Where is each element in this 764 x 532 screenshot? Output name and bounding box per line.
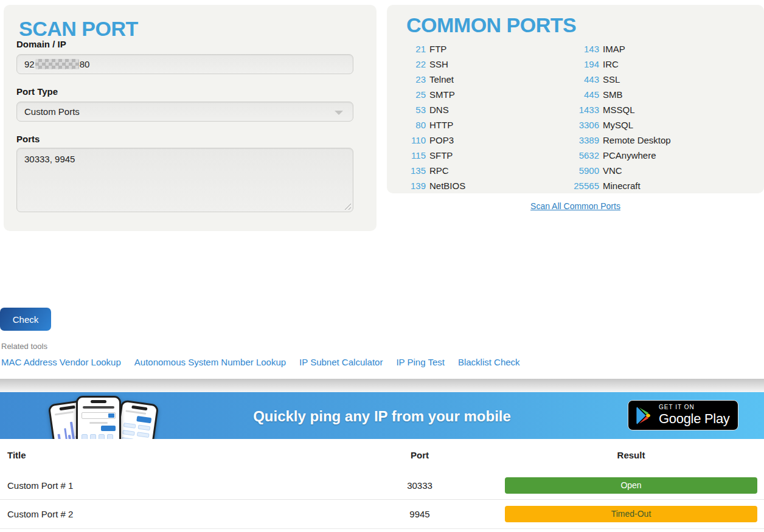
common-ports-right-column: 143IMAP 194IRC 443SSL 445SMB 1433MSSQL 3…: [566, 41, 671, 193]
port-number-link[interactable]: 5632: [566, 148, 599, 163]
table-row: Custom Port # 1 30333 Open: [0, 471, 764, 500]
mobile-app-banner[interactable]: Quickly ping any IP from your mobile GET…: [0, 392, 764, 439]
result-port: 9945: [371, 509, 468, 519]
port-name: RPC: [429, 163, 449, 178]
port-name: NetBIOS: [429, 178, 465, 193]
link-ip-subnet-calculator[interactable]: IP Subnet Calculator: [299, 357, 383, 367]
port-number-link[interactable]: 5900: [566, 163, 599, 178]
common-port-item: 139NetBIOS: [401, 178, 465, 193]
common-port-item: 3306MySQL: [566, 117, 671, 133]
common-port-item: 53DNS: [401, 102, 465, 117]
domain-ip-label: Domain / IP: [16, 39, 66, 49]
common-port-item: 22SSH: [401, 57, 465, 72]
page: SCAN PORT Domain / IP 9280 Port Type Cus…: [0, 0, 764, 532]
port-name: HTTP: [429, 117, 453, 133]
link-blacklist-check[interactable]: Blacklist Check: [458, 357, 520, 367]
common-port-item: 80HTTP: [401, 117, 465, 133]
port-name: POP3: [429, 133, 454, 148]
port-name: PCAnywhere: [603, 148, 656, 163]
port-type-selected-value: Custom Ports: [24, 106, 80, 117]
google-play-badge[interactable]: GET IT ON Google Play: [628, 400, 738, 430]
port-number-link[interactable]: 135: [401, 163, 426, 178]
port-number-link[interactable]: 115: [401, 148, 426, 163]
port-number-link[interactable]: 139: [401, 178, 426, 193]
google-play-icon: [636, 406, 653, 425]
common-port-item: 21FTP: [401, 41, 465, 57]
port-name: SMTP: [429, 87, 455, 102]
link-asn-lookup[interactable]: Autonomous System Number Lookup: [134, 357, 286, 367]
port-name: SSL: [603, 72, 620, 87]
check-button[interactable]: Check: [0, 308, 51, 331]
common-port-item: 5632PCAnywhere: [566, 148, 671, 163]
result-title: Custom Port # 1: [0, 480, 371, 491]
port-name: DNS: [429, 102, 449, 117]
port-number-link[interactable]: 25: [401, 87, 426, 102]
common-ports-title: COMMON PORTS: [406, 13, 745, 37]
common-port-item: 25565Minecraft: [566, 178, 671, 193]
port-number-link[interactable]: 445: [566, 87, 599, 102]
port-type-select[interactable]: Custom Ports: [16, 102, 353, 122]
port-name: IRC: [603, 57, 619, 72]
ports-value: 30333, 9945: [24, 154, 75, 164]
section-divider: [0, 379, 764, 392]
port-number-link[interactable]: 1433: [566, 102, 599, 117]
common-port-item: 135RPC: [401, 163, 465, 178]
result-title: Custom Port # 2: [0, 509, 371, 519]
common-port-item: 25SMTP: [401, 87, 465, 102]
port-name: Remote Desktop: [603, 133, 671, 148]
google-play-label: Google Play: [659, 411, 730, 427]
port-name: MSSQL: [603, 102, 635, 117]
common-ports-left-column: 21FTP 22SSH 23Telnet 25SMTP 53DNS 80HTTP…: [401, 41, 465, 193]
header-result: Result: [505, 450, 757, 460]
common-port-item: 115SFTP: [401, 148, 465, 163]
chevron-down-icon: [335, 111, 343, 115]
domain-value-suffix: 80: [80, 59, 90, 69]
google-play-badge-text: GET IT ON Google Play: [659, 404, 730, 427]
port-number-link[interactable]: 443: [566, 72, 599, 87]
resize-handle[interactable]: [343, 202, 351, 210]
port-number-link[interactable]: 143: [566, 41, 599, 57]
common-port-item: 143IMAP: [566, 41, 671, 57]
scan-all-common-ports-link[interactable]: Scan All Common Ports: [387, 201, 764, 211]
get-it-on-label: GET IT ON: [659, 404, 730, 410]
link-mac-address-vendor-lookup[interactable]: MAC Address Vendor Lookup: [1, 357, 121, 367]
common-port-item: 3389Remote Desktop: [566, 133, 671, 148]
domain-value-prefix: 92: [24, 59, 35, 69]
table-row: Custom Port # 2 9945 Timed-Out: [0, 500, 764, 529]
common-port-item: 23Telnet: [401, 72, 465, 87]
port-name: Minecraft: [603, 178, 641, 193]
domain-ip-input[interactable]: 9280: [16, 54, 353, 74]
port-number-link[interactable]: 23: [401, 72, 426, 87]
port-number-link[interactable]: 25565: [566, 178, 599, 193]
result-port: 30333: [371, 480, 468, 491]
port-name: SSH: [429, 57, 448, 72]
common-port-item: 5900VNC: [566, 163, 671, 178]
port-number-link[interactable]: 53: [401, 102, 426, 117]
port-number-link[interactable]: 110: [401, 133, 426, 148]
port-number-link[interactable]: 80: [401, 117, 426, 133]
common-port-item: 194IRC: [566, 57, 671, 72]
results-header-row: Title Port Result: [0, 439, 764, 471]
port-name: MySQL: [603, 117, 633, 133]
status-badge-timed-out: Timed-Out: [505, 506, 757, 522]
related-tools-label: Related tools: [1, 342, 47, 351]
common-port-item: 443SSL: [566, 72, 671, 87]
header-title: Title: [0, 450, 371, 460]
results-table: Title Port Result Custom Port # 1 30333 …: [0, 439, 764, 529]
port-name: SMB: [603, 87, 623, 102]
common-port-item: 445SMB: [566, 87, 671, 102]
port-number-link[interactable]: 22: [401, 57, 426, 72]
ports-textarea[interactable]: 30333, 9945: [16, 148, 353, 212]
header-port: Port: [371, 450, 468, 460]
link-ip-ping-test[interactable]: IP Ping Test: [396, 357, 445, 367]
common-port-item: 1433MSSQL: [566, 102, 671, 117]
port-number-link[interactable]: 21: [401, 41, 426, 57]
common-ports-panel: COMMON PORTS 21FTP 22SSH 23Telnet 25SMTP…: [387, 5, 764, 193]
related-tools-nav: MAC Address Vendor Lookup Autonomous Sys…: [1, 357, 520, 367]
port-number-link[interactable]: 3389: [566, 133, 599, 148]
scan-port-title: SCAN PORT: [19, 17, 361, 41]
port-type-label: Port Type: [16, 86, 58, 97]
common-port-item: 110POP3: [401, 133, 465, 148]
port-number-link[interactable]: 194: [566, 57, 599, 72]
port-number-link[interactable]: 3306: [566, 117, 599, 133]
